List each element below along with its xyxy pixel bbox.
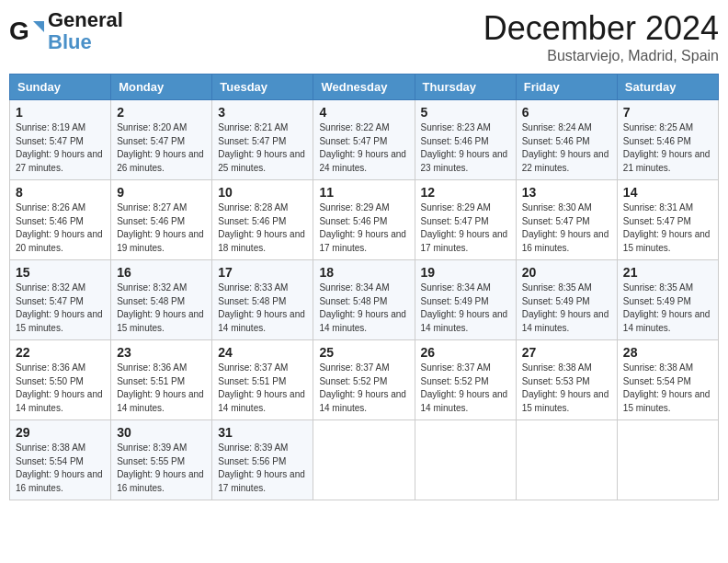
day-number: 12 bbox=[421, 185, 510, 200]
day-info: Sunrise: 8:21 AMSunset: 5:47 PMDaylight:… bbox=[218, 121, 307, 175]
day-info: Sunrise: 8:22 AMSunset: 5:47 PMDaylight:… bbox=[319, 121, 408, 175]
day-info: Sunrise: 8:32 AMSunset: 5:47 PMDaylight:… bbox=[16, 282, 105, 335]
day-info: Sunrise: 8:37 AMSunset: 5:52 PMDaylight:… bbox=[421, 362, 510, 415]
day-info: Sunrise: 8:32 AMSunset: 5:48 PMDaylight:… bbox=[117, 282, 206, 335]
day-info: Sunrise: 8:28 AMSunset: 5:46 PMDaylight:… bbox=[218, 201, 307, 255]
calendar-day-cell: 1Sunrise: 8:19 AMSunset: 5:47 PMDaylight… bbox=[10, 100, 111, 180]
calendar-day-cell: 31Sunrise: 8:39 AMSunset: 5:56 PMDayligh… bbox=[212, 420, 313, 500]
calendar-header-day: Thursday bbox=[415, 75, 516, 100]
day-info: Sunrise: 8:24 AMSunset: 5:46 PMDaylight:… bbox=[522, 121, 611, 175]
svg-text:G: G bbox=[9, 17, 29, 45]
day-info: Sunrise: 8:34 AMSunset: 5:48 PMDaylight:… bbox=[319, 282, 408, 335]
calendar-header-day: Saturday bbox=[617, 75, 718, 100]
day-info: Sunrise: 8:29 AMSunset: 5:47 PMDaylight:… bbox=[421, 201, 510, 255]
calendar-body: 1Sunrise: 8:19 AMSunset: 5:47 PMDaylight… bbox=[10, 100, 719, 500]
logo-icon: G bbox=[9, 14, 44, 49]
day-number: 31 bbox=[218, 425, 307, 440]
calendar-day-cell bbox=[313, 420, 415, 500]
calendar-header-day: Monday bbox=[111, 75, 212, 100]
calendar-day-cell: 9Sunrise: 8:27 AMSunset: 5:46 PMDaylight… bbox=[111, 180, 212, 260]
day-number: 13 bbox=[522, 185, 611, 200]
day-number: 5 bbox=[421, 105, 510, 120]
calendar-day-cell: 11Sunrise: 8:29 AMSunset: 5:46 PMDayligh… bbox=[313, 180, 415, 260]
calendar-day-cell: 13Sunrise: 8:30 AMSunset: 5:47 PMDayligh… bbox=[516, 180, 617, 260]
day-number: 20 bbox=[522, 265, 611, 280]
calendar-day-cell: 3Sunrise: 8:21 AMSunset: 5:47 PMDaylight… bbox=[212, 100, 313, 180]
day-info: Sunrise: 8:38 AMSunset: 5:54 PMDaylight:… bbox=[16, 442, 105, 495]
day-info: Sunrise: 8:31 AMSunset: 5:47 PMDaylight:… bbox=[623, 201, 712, 255]
day-info: Sunrise: 8:36 AMSunset: 5:51 PMDaylight:… bbox=[117, 362, 206, 415]
day-number: 17 bbox=[218, 265, 307, 280]
day-number: 25 bbox=[319, 345, 408, 360]
calendar-day-cell: 12Sunrise: 8:29 AMSunset: 5:47 PMDayligh… bbox=[415, 180, 516, 260]
calendar-header-day: Tuesday bbox=[212, 75, 313, 100]
calendar-day-cell bbox=[415, 420, 516, 500]
day-number: 11 bbox=[319, 185, 408, 200]
day-number: 26 bbox=[421, 345, 510, 360]
month-title: December 2024 bbox=[483, 9, 719, 48]
calendar-week-row: 29Sunrise: 8:38 AMSunset: 5:54 PMDayligh… bbox=[10, 420, 719, 500]
calendar-day-cell: 20Sunrise: 8:35 AMSunset: 5:49 PMDayligh… bbox=[516, 260, 617, 340]
day-info: Sunrise: 8:19 AMSunset: 5:47 PMDaylight:… bbox=[16, 121, 105, 175]
calendar-header-day: Wednesday bbox=[313, 75, 415, 100]
day-number: 21 bbox=[623, 265, 712, 280]
calendar-day-cell: 19Sunrise: 8:34 AMSunset: 5:49 PMDayligh… bbox=[415, 260, 516, 340]
calendar-day-cell: 5Sunrise: 8:23 AMSunset: 5:46 PMDaylight… bbox=[415, 100, 516, 180]
day-info: Sunrise: 8:33 AMSunset: 5:48 PMDaylight:… bbox=[218, 282, 307, 335]
calendar-week-row: 8Sunrise: 8:26 AMSunset: 5:46 PMDaylight… bbox=[10, 180, 719, 260]
day-info: Sunrise: 8:20 AMSunset: 5:47 PMDaylight:… bbox=[117, 121, 206, 175]
day-number: 14 bbox=[623, 185, 712, 200]
calendar-day-cell bbox=[617, 420, 718, 500]
calendar-day-cell: 22Sunrise: 8:36 AMSunset: 5:50 PMDayligh… bbox=[10, 340, 111, 420]
logo-text: General Blue bbox=[48, 9, 123, 53]
day-info: Sunrise: 8:37 AMSunset: 5:51 PMDaylight:… bbox=[218, 362, 307, 415]
day-number: 6 bbox=[522, 105, 611, 120]
day-number: 24 bbox=[218, 345, 307, 360]
calendar-day-cell: 15Sunrise: 8:32 AMSunset: 5:47 PMDayligh… bbox=[10, 260, 111, 340]
day-number: 18 bbox=[319, 265, 408, 280]
calendar-day-cell: 29Sunrise: 8:38 AMSunset: 5:54 PMDayligh… bbox=[10, 420, 111, 500]
title-block: December 2024 Bustarviejo, Madrid, Spain bbox=[483, 9, 719, 64]
day-info: Sunrise: 8:34 AMSunset: 5:49 PMDaylight:… bbox=[421, 282, 510, 335]
calendar-day-cell: 2Sunrise: 8:20 AMSunset: 5:47 PMDaylight… bbox=[111, 100, 212, 180]
day-number: 27 bbox=[522, 345, 611, 360]
day-info: Sunrise: 8:38 AMSunset: 5:54 PMDaylight:… bbox=[623, 362, 712, 415]
calendar-week-row: 22Sunrise: 8:36 AMSunset: 5:50 PMDayligh… bbox=[10, 340, 719, 420]
calendar-day-cell: 26Sunrise: 8:37 AMSunset: 5:52 PMDayligh… bbox=[415, 340, 516, 420]
day-number: 23 bbox=[117, 345, 206, 360]
day-info: Sunrise: 8:30 AMSunset: 5:47 PMDaylight:… bbox=[522, 201, 611, 255]
calendar-day-cell: 28Sunrise: 8:38 AMSunset: 5:54 PMDayligh… bbox=[617, 340, 718, 420]
day-number: 10 bbox=[218, 185, 307, 200]
calendar-day-cell: 30Sunrise: 8:39 AMSunset: 5:55 PMDayligh… bbox=[111, 420, 212, 500]
calendar-day-cell: 8Sunrise: 8:26 AMSunset: 5:46 PMDaylight… bbox=[10, 180, 111, 260]
calendar-day-cell: 24Sunrise: 8:37 AMSunset: 5:51 PMDayligh… bbox=[212, 340, 313, 420]
day-number: 22 bbox=[16, 345, 105, 360]
day-number: 28 bbox=[623, 345, 712, 360]
calendar-week-row: 1Sunrise: 8:19 AMSunset: 5:47 PMDaylight… bbox=[10, 100, 719, 180]
calendar-day-cell: 18Sunrise: 8:34 AMSunset: 5:48 PMDayligh… bbox=[313, 260, 415, 340]
svg-marker-1 bbox=[33, 21, 44, 32]
day-info: Sunrise: 8:29 AMSunset: 5:46 PMDaylight:… bbox=[319, 201, 408, 255]
calendar-day-cell: 17Sunrise: 8:33 AMSunset: 5:48 PMDayligh… bbox=[212, 260, 313, 340]
calendar-day-cell: 7Sunrise: 8:25 AMSunset: 5:46 PMDaylight… bbox=[617, 100, 718, 180]
day-info: Sunrise: 8:23 AMSunset: 5:46 PMDaylight:… bbox=[421, 121, 510, 175]
day-info: Sunrise: 8:27 AMSunset: 5:46 PMDaylight:… bbox=[117, 201, 206, 255]
day-number: 1 bbox=[16, 105, 105, 120]
day-info: Sunrise: 8:36 AMSunset: 5:50 PMDaylight:… bbox=[16, 362, 105, 415]
calendar-day-cell: 16Sunrise: 8:32 AMSunset: 5:48 PMDayligh… bbox=[111, 260, 212, 340]
day-number: 19 bbox=[421, 265, 510, 280]
calendar-week-row: 15Sunrise: 8:32 AMSunset: 5:47 PMDayligh… bbox=[10, 260, 719, 340]
day-info: Sunrise: 8:39 AMSunset: 5:55 PMDaylight:… bbox=[117, 442, 206, 495]
day-number: 7 bbox=[623, 105, 712, 120]
calendar-header-day: Sunday bbox=[10, 75, 111, 100]
calendar-day-cell: 6Sunrise: 8:24 AMSunset: 5:46 PMDaylight… bbox=[516, 100, 617, 180]
location: Bustarviejo, Madrid, Spain bbox=[483, 48, 719, 64]
calendar-header-day: Friday bbox=[516, 75, 617, 100]
day-info: Sunrise: 8:35 AMSunset: 5:49 PMDaylight:… bbox=[522, 282, 611, 335]
day-number: 2 bbox=[117, 105, 206, 120]
day-info: Sunrise: 8:35 AMSunset: 5:49 PMDaylight:… bbox=[623, 282, 712, 335]
day-number: 8 bbox=[16, 185, 105, 200]
day-number: 16 bbox=[117, 265, 206, 280]
calendar-day-cell: 21Sunrise: 8:35 AMSunset: 5:49 PMDayligh… bbox=[617, 260, 718, 340]
day-number: 3 bbox=[218, 105, 307, 120]
